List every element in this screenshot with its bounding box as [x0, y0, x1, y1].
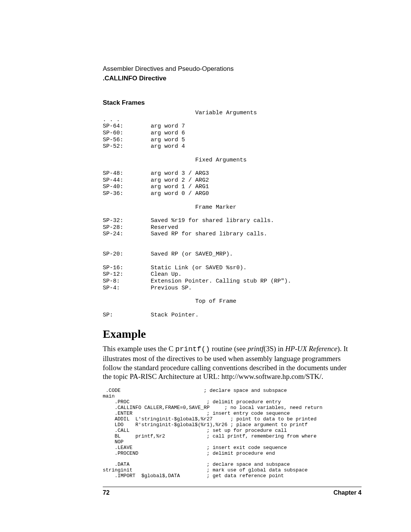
para-text-3: (3S) in — [264, 345, 285, 353]
para-ital-1: printf — [247, 345, 263, 353]
header-line-1: Assembler Directives and Pseudo-Operatio… — [103, 65, 362, 73]
page: Assembler Directives and Pseudo-Operatio… — [0, 0, 411, 532]
page-number: 72 — [103, 489, 110, 496]
example-code-block: .CODE ; declare space and subspace main … — [103, 388, 362, 479]
running-header: Assembler Directives and Pseudo-Operatio… — [103, 65, 362, 83]
para-text-2: routine (see — [210, 345, 248, 353]
stack-frames-heading: Stack Frames — [103, 99, 362, 107]
example-paragraph: This example uses the C printf() routine… — [103, 344, 354, 381]
para-ital-2: HP-UX Reference — [285, 345, 338, 353]
header-line-2: .CALLINFO Directive — [103, 74, 362, 83]
stack-frames-block: Variable Arguments . . . SP-64: arg word… — [103, 110, 362, 318]
para-text-1: This example uses the C — [103, 345, 175, 353]
example-heading: Example — [103, 328, 362, 340]
para-mono-1: printf() — [175, 345, 210, 353]
footer: 72 Chapter 4 — [103, 487, 362, 496]
chapter-label: Chapter 4 — [333, 489, 362, 496]
